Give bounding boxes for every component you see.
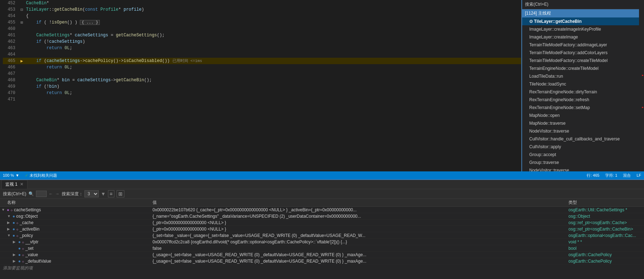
call-stack-item-19[interactable]: NodeVisitor::traverse: [522, 166, 644, 171]
right-panel: 搜索(Ctrl+E) [1124] 主线程 ⊙ TileLayer::getCa…: [521, 0, 644, 171]
bottom-tabs: 监视 1 ✕: [0, 180, 644, 189]
watch-type-value-field: osgEarth::CachePolicy: [566, 252, 644, 257]
call-stack-list[interactable]: ⊙ TileLayer::getCacheBin ImageLayer::cre…: [522, 17, 644, 171]
watch-column-headers: 名称 值 类型: [0, 199, 644, 207]
call-stack-item-16[interactable]: CullVisitor::apply: [522, 143, 644, 151]
watch-search-label: 搜索(Ctrl+E): [3, 191, 26, 197]
watch-search-input[interactable]: [36, 191, 47, 197]
watch-tab-close[interactable]: ✕: [20, 182, 24, 187]
code-lines: 452 CacheBin* 453 ⊟ TileLayer::getCacheB…: [3, 0, 521, 103]
call-stack-item-4[interactable]: TerrainTileModelFactory::addColorLayers: [522, 49, 644, 57]
watch-row-policy[interactable]: ▼ ● ⬦ _policy {_set=false _value={_usage…: [0, 232, 644, 239]
call-stack-item-0[interactable]: ⊙ TileLayer::getCacheBin: [522, 17, 644, 25]
zoom-value: 100 %: [3, 173, 14, 177]
watch-value-set: false: [150, 246, 566, 251]
line-ending-text: LF: [637, 173, 641, 177]
position-text: 行: 465: [587, 173, 599, 178]
code-line-462: 462 if (!cacheSettings): [3, 38, 521, 45]
watch-row-cache[interactable]: ▶ ● ⬦ _cache {_ptr=0x0000000000000000 <N…: [0, 219, 644, 226]
status-line-ending: LF: [637, 173, 641, 177]
watch-value-osgObject: {_name="osgEarth.CacheSettings" _dataVar…: [150, 214, 566, 219]
call-stack-item-18[interactable]: Group::traverse: [522, 159, 644, 166]
expand-activeBin[interactable]: ▶: [7, 227, 11, 231]
col-header-value: 值: [150, 200, 566, 206]
bottom-content: 搜索(Ctrl+E) 🔍 ← → 搜索深度： 3 1 2 5 10 ▼ ≡ ⊞ …: [0, 189, 644, 279]
watch-value-cacheSettings: 0x0000022be107b620 {_cache={_ptr=0x00000…: [150, 207, 566, 212]
right-search-label: 搜索(Ctrl+E): [525, 1, 548, 7]
watch-row-set[interactable]: ● ⬦ _set false bool: [0, 245, 644, 252]
code-line-460: 460: [3, 26, 521, 32]
watch-type-activeBin: osg::ref_ptr<osgEarth::CacheBin>: [566, 227, 644, 232]
call-stack-item-12[interactable]: MapNode::open: [522, 112, 644, 119]
call-stack-item-9[interactable]: RexTerrainEngineNode::dirtyTerrain: [522, 88, 644, 96]
code-line-461: 461 CacheSettings* cacheSettings = getCa…: [3, 32, 521, 38]
code-line-463: 463 return 0L;: [3, 45, 521, 51]
watch-type-vfptr: void * *: [566, 239, 644, 244]
expand-osgObject[interactable]: ▼: [7, 214, 11, 218]
watch-type-set: bool: [566, 246, 644, 251]
code-line-471: 471: [3, 96, 521, 103]
expand-set[interactable]: [13, 246, 17, 250]
watch-row-osgObject[interactable]: ▼ ● osg::Object {_name="osgEarth.CacheSe…: [0, 213, 644, 219]
call-stack-item-13[interactable]: MapNode::traverse: [522, 119, 644, 127]
search-depth-label: 搜索深度：: [62, 191, 83, 197]
expand-policy[interactable]: ▼: [7, 233, 11, 237]
code-line-466: 466 return 0L;: [3, 64, 521, 71]
call-stack-item-11[interactable]: RexTerrainEngineNode::setMap: [522, 104, 644, 112]
call-stack-item-2[interactable]: ImageLayer::createImage: [522, 33, 644, 41]
call-stack-item-10[interactable]: RexTerrainEngineNode::refresh: [522, 96, 644, 104]
code-line-464: 464: [3, 51, 521, 58]
call-stack-item-17[interactable]: Group::accept: [522, 151, 644, 159]
watch-value-value-field: {_usage={_set=false _value=USAGE_READ_WR…: [150, 252, 566, 257]
call-stack-item-14[interactable]: NodeVisitor::traverse: [522, 127, 644, 135]
call-stack-item-5[interactable]: TerrainTileModelFactory::createTileModel: [522, 57, 644, 64]
search-depth-select[interactable]: 3 1 2 5 10: [84, 190, 99, 197]
call-stack-item-6[interactable]: TerrainEngineNode::createTileModel: [522, 64, 644, 72]
status-problems: ✓ 未找到相关问题: [25, 173, 57, 178]
code-line-468: 468 CacheBin* bin = cacheSettings->getCa…: [3, 77, 521, 83]
watch-type-policy: osgEarth::optional<osgEarth::Cac...: [566, 233, 644, 238]
time-info: 已用时间 <=1ms: [172, 59, 202, 63]
call-stack-header: [1124] 主线程: [522, 9, 644, 17]
char-text: 字符: 1: [605, 173, 617, 178]
call-stack-item-15[interactable]: CullVisitor::handle_cull_callbacks_and_t…: [522, 135, 644, 143]
code-line-467: 467: [3, 71, 521, 77]
expand-vfptr[interactable]: ▶: [13, 240, 17, 244]
watch-value-policy: {_set=false _value={_usage={_set=false _…: [150, 233, 566, 238]
expand-cacheSettings[interactable]: ▼: [1, 208, 6, 212]
watch-value-defaultValue: {_usage={_set=false _value=USAGE_READ_WR…: [150, 259, 566, 264]
watch-rows: ▼ ● ⬦ cacheSettings 0x0000022be107b620 {…: [0, 207, 644, 279]
code-line-455: 455 ⊞ if ( !isOpen() ) { ... }: [3, 19, 521, 26]
watch-row-defaultValue[interactable]: ▶ ● ⬦ _defaultValue {_usage={_set=false …: [0, 258, 644, 264]
call-stack-item-7[interactable]: LoadTileData::run: [522, 72, 644, 80]
add-watch-item[interactable]: 添加要监视的项: [0, 264, 644, 272]
watch-tab-1[interactable]: 监视 1 ✕: [1, 180, 27, 189]
left-gutter: [0, 0, 3, 171]
call-stack-item-8[interactable]: TileNode::loadSync: [522, 80, 644, 88]
call-stack-item-3[interactable]: TerrainTileModelFactory::addImageLayer: [522, 41, 644, 49]
expand-defaultValue[interactable]: ▶: [13, 259, 17, 263]
code-line-454: 454 {: [3, 13, 521, 19]
collapsed-block[interactable]: { ... }: [80, 20, 100, 25]
status-char: 字符: 1: [605, 173, 617, 178]
expand-value-field[interactable]: ▶: [13, 253, 17, 257]
search-depth-group: 搜索深度： 3 1 2 5 10: [62, 190, 99, 197]
code-line-465: 465 ▶ if (cacheSettings->cachePolicy()->…: [3, 58, 521, 64]
problems-text: 未找到相关问题: [30, 173, 57, 178]
code-line-452: 452 CacheBin*: [3, 0, 521, 6]
expand-cache[interactable]: ▶: [7, 221, 11, 224]
call-stack-title: [1124] 主线程: [525, 10, 551, 16]
watch-row-vfptr[interactable]: ▶ ● ⬦ __vfptr 0x00007ffcd2c2ca8 {osgEart…: [0, 239, 644, 245]
watch-value-activeBin: {_ptr=0x0000000000000000 <NULL> }: [150, 227, 566, 232]
watch-value-vfptr: 0x00007ffcd2c2ca8 {osgEarthd.dll!void(* …: [150, 239, 566, 244]
call-stack-item-1[interactable]: ImageLayer::createImageInKeyProfile: [522, 25, 644, 33]
watch-type-defaultValue: osgEarth::CachePolicy: [566, 259, 644, 264]
watch-row-activeBin[interactable]: ▶ ● ⬦ _activeBin {_ptr=0x000000000000000…: [0, 226, 644, 232]
watch-row-value-field[interactable]: ▶ ● ⬦ _value {_usage={_set=false _value=…: [0, 252, 644, 258]
bottom-area: 监视 1 ✕ 搜索(Ctrl+E) 🔍 ← → 搜索深度： 3 1 2 5 10…: [0, 179, 644, 279]
status-zoom[interactable]: 100 % ▼: [3, 173, 19, 177]
watch-tab-label: 监视 1: [5, 182, 17, 187]
editor-area: 452 CacheBin* 453 ⊟ TileLayer::getCacheB…: [0, 0, 644, 171]
watch-row-cacheSettings[interactable]: ▼ ● ⬦ cacheSettings 0x0000022be107b620 {…: [0, 207, 644, 213]
status-position: 行: 465: [587, 173, 599, 178]
